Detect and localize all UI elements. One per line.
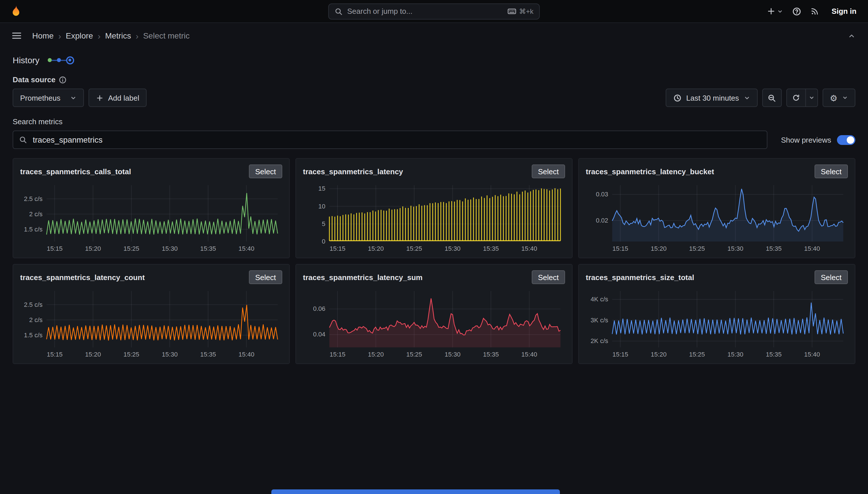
- search-metrics-label: Search metrics: [13, 117, 62, 126]
- menu-toggle-button[interactable]: [8, 27, 25, 44]
- time-range-value: Last 30 minutes: [686, 93, 739, 102]
- metric-preview-chart: 15:1515:2015:2515:3015:3515:400.030.02: [586, 180, 848, 255]
- data-source-label: Data source: [13, 75, 56, 84]
- svg-text:15:20: 15:20: [368, 245, 384, 252]
- breadcrumb-separator: ›: [54, 31, 66, 40]
- svg-text:1.5 c/s: 1.5 c/s: [24, 226, 42, 233]
- svg-text:15:20: 15:20: [651, 245, 667, 252]
- metric-panel: traces_spanmetrics_calls_totalSelect15:1…: [13, 158, 290, 258]
- refresh-button-group: [786, 89, 818, 107]
- metrics-search-input[interactable]: [32, 135, 761, 145]
- breadcrumb-separator: ›: [131, 31, 143, 40]
- svg-text:0.02: 0.02: [596, 217, 608, 224]
- breadcrumb-explore[interactable]: Explore: [66, 31, 93, 40]
- panel-title: traces_spanmetrics_calls_total: [20, 167, 131, 176]
- svg-text:15:20: 15:20: [368, 351, 384, 358]
- global-search-button[interactable]: Search or jump to... ⌘+k: [328, 3, 540, 19]
- svg-text:15:25: 15:25: [406, 351, 422, 358]
- zoom-out-icon: [767, 93, 776, 102]
- help-button[interactable]: [792, 6, 801, 16]
- panel-title: traces_spanmetrics_latency_count: [20, 273, 145, 282]
- metric-panel: traces_spanmetrics_latency_sumSelect15:1…: [295, 264, 573, 364]
- keyboard-icon: [508, 7, 516, 16]
- svg-text:15:20: 15:20: [651, 351, 667, 358]
- info-circle-icon[interactable]: [59, 76, 67, 84]
- show-previews-toggle[interactable]: [837, 135, 855, 145]
- history-timeline[interactable]: [47, 56, 74, 64]
- data-source-value: Prometheus: [20, 93, 60, 102]
- svg-text:2 c/s: 2 c/s: [29, 316, 42, 323]
- history-connector: [52, 59, 57, 61]
- panel-title: traces_spanmetrics_latency_sum: [303, 273, 422, 282]
- svg-text:5: 5: [322, 220, 326, 227]
- svg-text:1.5 c/s: 1.5 c/s: [24, 331, 42, 339]
- svg-text:2 c/s: 2 c/s: [29, 210, 42, 218]
- sign-in-button[interactable]: Sign in: [828, 6, 860, 16]
- breadcrumb: Home › Explore › Metrics › Select metric: [32, 31, 190, 40]
- svg-text:15:15: 15:15: [612, 245, 628, 252]
- history-row: History: [13, 55, 855, 65]
- new-menu-button[interactable]: [767, 7, 783, 16]
- refresh-interval-button[interactable]: [805, 89, 818, 107]
- svg-text:15:40: 15:40: [804, 245, 820, 252]
- svg-text:15:30: 15:30: [727, 245, 743, 252]
- refresh-icon: [792, 94, 800, 102]
- breadcrumb-bar: Home › Explore › Metrics › Select metric: [0, 23, 868, 48]
- controls-row: Prometheus Add label Last 30 minutes: [13, 89, 855, 107]
- search-metrics-label-row: Search metrics: [13, 117, 855, 126]
- chevron-down-icon: [70, 95, 76, 101]
- svg-text:15:30: 15:30: [727, 351, 743, 358]
- collapse-controls-button[interactable]: [843, 27, 860, 44]
- refresh-button[interactable]: [786, 89, 806, 107]
- select-metric-button[interactable]: Select: [814, 165, 848, 178]
- news-button[interactable]: [810, 7, 819, 16]
- svg-text:0.04: 0.04: [313, 331, 326, 338]
- add-label-button[interactable]: Add label: [88, 89, 146, 107]
- metric-preview-chart: 15:1515:2015:2515:3015:3515:400.060.04: [303, 286, 565, 361]
- select-metric-button[interactable]: Select: [532, 270, 565, 284]
- rss-icon: [810, 7, 819, 16]
- metric-panels-grid: traces_spanmetrics_calls_totalSelect15:1…: [13, 158, 855, 364]
- metric-preview-chart: 15:1515:2015:2515:3015:3515:402.5 c/s2 c…: [20, 180, 282, 255]
- svg-text:15:30: 15:30: [162, 351, 178, 358]
- settings-button[interactable]: ⚙: [822, 89, 855, 107]
- svg-text:15:25: 15:25: [689, 245, 705, 252]
- chevron-down-icon: [777, 8, 783, 14]
- chevron-up-icon: [848, 32, 855, 39]
- grafana-logo-icon[interactable]: [8, 4, 23, 19]
- breadcrumb-metrics[interactable]: Metrics: [105, 31, 131, 40]
- svg-text:15:15: 15:15: [47, 351, 63, 358]
- select-metric-button[interactable]: Select: [814, 270, 848, 284]
- history-label: History: [13, 55, 39, 65]
- metric-panel: traces_spanmetrics_latency_bucketSelect1…: [578, 158, 855, 258]
- svg-text:15:25: 15:25: [123, 351, 139, 358]
- svg-text:0: 0: [322, 238, 326, 245]
- select-metric-button[interactable]: Select: [532, 165, 565, 178]
- svg-text:15:15: 15:15: [47, 245, 63, 252]
- svg-text:15:30: 15:30: [162, 245, 178, 252]
- svg-text:15:15: 15:15: [612, 351, 628, 358]
- zoom-out-button[interactable]: [762, 89, 782, 107]
- breadcrumb-select-metric: Select metric: [143, 31, 190, 40]
- time-range-picker[interactable]: Last 30 minutes: [666, 89, 757, 107]
- svg-text:15:20: 15:20: [85, 351, 101, 358]
- svg-text:15:35: 15:35: [766, 245, 782, 252]
- svg-text:2.5 c/s: 2.5 c/s: [24, 195, 42, 203]
- data-source-picker[interactable]: Prometheus: [13, 89, 84, 107]
- svg-text:15:35: 15:35: [200, 351, 216, 358]
- select-metric-button[interactable]: Select: [249, 270, 282, 284]
- select-metric-button[interactable]: Select: [249, 165, 282, 178]
- hamburger-icon: [12, 31, 22, 41]
- history-step-icon: [57, 58, 61, 62]
- svg-text:15:15: 15:15: [330, 245, 346, 252]
- horizontal-scrollbar-thumb[interactable]: [271, 489, 560, 494]
- svg-text:15:40: 15:40: [521, 245, 537, 252]
- breadcrumb-home[interactable]: Home: [32, 31, 54, 40]
- breadcrumb-separator: ›: [93, 31, 105, 40]
- panel-title: traces_spanmetrics_latency: [303, 167, 403, 176]
- history-connector: [61, 59, 66, 61]
- svg-text:15:40: 15:40: [804, 351, 820, 358]
- svg-text:15: 15: [318, 185, 326, 192]
- toggle-knob: [847, 136, 854, 144]
- metric-panel: traces_spanmetrics_size_totalSelect15:15…: [578, 264, 855, 364]
